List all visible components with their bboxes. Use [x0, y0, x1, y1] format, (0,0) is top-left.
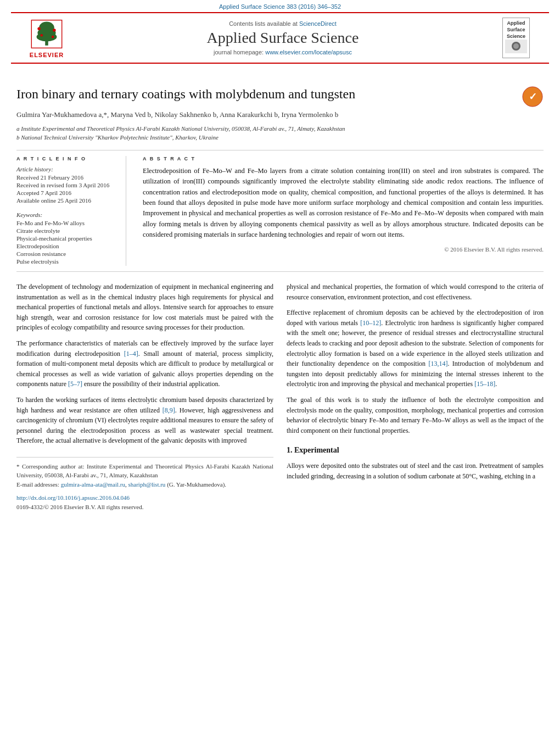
section-1-heading: 1. Experimental	[287, 444, 544, 456]
journal-citation: Applied Surface Science 383 (2016) 346–3…	[219, 3, 341, 10]
ref-13-14: [13,14]	[428, 360, 447, 367]
elsevier-tree-icon	[27, 18, 66, 51]
article-title: Iron binary and ternary coatings with mo…	[16, 86, 544, 103]
article-title-area: ✓ Iron binary and ternary coatings with …	[16, 86, 544, 103]
keyword-3: Physical-mechanical properties	[16, 235, 115, 242]
keyword-4: Electrodeposition	[16, 243, 115, 249]
keywords-section: Keywords: Fe-Mo and Fe-Mo-W alloys Citra…	[16, 211, 115, 265]
ref-1-4: [1–4]	[124, 350, 138, 358]
svg-point-9	[52, 36, 54, 38]
body-para-7: Alloys were deposited onto the substrate…	[287, 461, 544, 481]
homepage-link[interactable]: www.elsevier.com/locate/apsusc	[265, 49, 352, 55]
svg-point-8	[40, 34, 43, 37]
affiliation-a: a Institute Experimental and Theoretical…	[16, 124, 544, 133]
keywords-label: Keywords:	[16, 211, 115, 218]
keyword-2: Citrate electrolyte	[16, 227, 115, 234]
crossmark-icon: ✓	[522, 86, 544, 108]
email-2-link[interactable]: shariph@list.ru	[128, 481, 166, 488]
email-suffix: (G. Yar-Mukhamedova).	[167, 481, 226, 488]
body-para-1: The development of technology and modern…	[16, 282, 273, 333]
authors-line: Gulmira Yar-Mukhamedova a,*, Maryna Ved …	[16, 109, 544, 121]
svg-point-7	[53, 29, 56, 32]
received-date: Received 21 February 2016	[16, 174, 115, 181]
keyword-5: Corrosion resistance	[16, 250, 115, 257]
journal-center-info: Contents lists available at ScienceDirec…	[71, 20, 494, 55]
svg-point-12	[513, 43, 519, 49]
accepted-date: Accepted 7 April 2016	[16, 189, 115, 196]
journal-name-display: Applied Surface Science	[82, 29, 483, 47]
journal-header: ELSEVIER Contents lists available at Sci…	[11, 12, 549, 64]
ref-5-7: [5–7]	[68, 380, 82, 388]
badge-graphic-icon	[505, 40, 527, 53]
footnote-email: E-mail addresses: gulmira-alma-ata@mail.…	[16, 480, 273, 489]
ref-8-9: [8,9]	[163, 406, 175, 414]
keyword-6: Pulse electrolysis	[16, 258, 115, 265]
body-divider	[16, 271, 544, 272]
section-divider	[16, 150, 544, 150]
abstract-text: Electrodeposition of Fe–Mo–W and Fe–Mo l…	[143, 166, 544, 241]
main-content: ✓ Iron binary and ternary coatings with …	[0, 64, 560, 522]
revised-date: Received in revised form 3 April 2016	[16, 182, 115, 188]
keyword-1: Fe-Mo and Fe-Mo-W alloys	[16, 220, 115, 226]
abstract-box: A B S T R A C T Electrodeposition of Fe–…	[143, 156, 544, 266]
copyright-line: © 2016 Elsevier B.V. All rights reserved…	[143, 246, 544, 253]
sciencedirect-link[interactable]: ScienceDirect	[299, 20, 337, 27]
top-link-bar: Applied Surface Science 383 (2016) 346–3…	[0, 0, 560, 12]
authors-text: Gulmira Yar-Mukhamedova a,*, Maryna Ved …	[16, 110, 338, 119]
body-col-right: physical and mechanical properties, the …	[287, 282, 544, 511]
info-abstract-area: A R T I C L E I N F O Article history: R…	[16, 156, 544, 266]
homepage-line: journal homepage: www.elsevier.com/locat…	[82, 49, 483, 55]
affiliations: a Institute Experimental and Theoretical…	[16, 124, 544, 142]
doi-link[interactable]: http://dx.doi.org/10.1016/j.apsusc.2016.…	[16, 494, 130, 501]
body-text-area: The development of technology and modern…	[16, 282, 544, 511]
ref-15-18: [15–18]	[474, 380, 495, 388]
journal-logo-right: Applied Surface Science	[494, 18, 538, 58]
body-para-5: Effective replacement of chromium deposi…	[287, 308, 544, 389]
article-history-label: Article history:	[16, 166, 115, 172]
body-para-4: physical and mechanical properties, the …	[287, 282, 544, 302]
article-info-box: A R T I C L E I N F O Article history: R…	[16, 156, 126, 266]
sciencedirect-line: Contents lists available at ScienceDirec…	[82, 20, 483, 27]
issn-line: 0169-4332/© 2016 Elsevier B.V. All right…	[16, 503, 273, 512]
affiliation-b: b National Technical University "Kharkov…	[16, 133, 544, 142]
svg-text:✓: ✓	[529, 91, 537, 102]
footnote-corresponding: * Corresponding author at: Institute Exp…	[16, 462, 273, 480]
elsevier-logo: ELSEVIER	[22, 18, 71, 58]
svg-point-6	[37, 27, 41, 31]
applied-surface-badge: Applied Surface Science	[502, 18, 530, 58]
body-para-3: To harden the working surfaces of items …	[16, 395, 273, 446]
body-col-left: The development of technology and modern…	[16, 282, 273, 511]
footnote-area: * Corresponding author at: Institute Exp…	[16, 457, 273, 512]
email-1-link[interactable]: gulmira-alma-ata@mail.ru	[61, 481, 125, 488]
article-info-title: A R T I C L E I N F O	[16, 156, 115, 161]
body-para-6: The goal of this work is to study the in…	[287, 395, 544, 436]
elsevier-label: ELSEVIER	[30, 52, 64, 58]
ref-10-12: [10–12]	[360, 319, 381, 327]
body-para-2: The performance characteristics of mater…	[16, 338, 273, 389]
online-date: Available online 25 April 2016	[16, 197, 115, 204]
abstract-title: A B S T R A C T	[143, 156, 544, 161]
